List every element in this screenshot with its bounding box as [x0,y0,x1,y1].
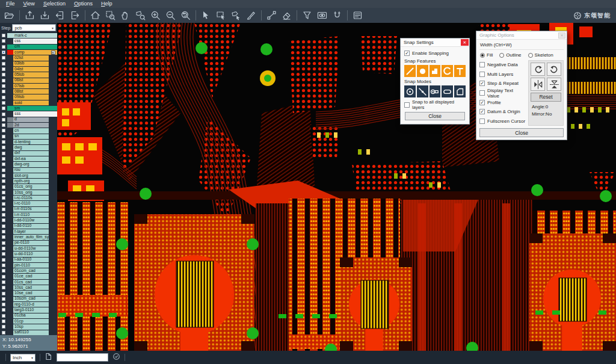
layer-visibility-checkbox[interactable] [0,173,7,178]
page-corner-icon[interactable] [45,352,52,363]
layer-row-pin-0110[interactable]: pin-0110 [0,263,57,268]
layer-visibility-checkbox[interactable] [0,251,7,256]
layer-visibility-checkbox[interactable] [0,33,7,38]
layer-row-u-dd-0110[interactable]: u-dd-0110 [0,251,57,256]
layer-visibility-checkbox[interactable] [0,78,7,83]
option-fullscreen-cursor[interactable]: Fullscreen Cursor [479,117,526,126]
layer-row-pe-0110[interactable]: pe-0110 [0,241,57,245]
filter-funnel-button[interactable] [300,8,315,22]
layer-row-dwg[interactable]: dwg [0,145,57,150]
layer-visibility-checkbox[interactable] [0,330,7,335]
layer-visibility-checkbox[interactable] [0,84,7,88]
layer-row-sss[interactable]: sss [0,111,57,116]
layer-visibility-checkbox[interactable] [0,196,7,200]
snap-feature-line-button[interactable] [404,65,416,77]
layer-row-02lst[interactable]: 02lst [0,55,57,60]
menu-view[interactable]: View [19,0,39,8]
layer-row-sm[interactable]: sm [0,106,57,111]
layer-row-f-layer[interactable]: f-layer [0,229,57,234]
import-box-button[interactable] [22,8,37,22]
layer-visibility-checkbox[interactable] [0,258,7,262]
menu-file[interactable]: File [2,0,19,8]
units-select[interactable]: Inch ▾ [10,354,35,362]
layer-row-i-dd-0110w[interactable]: i-dd-0110w [0,218,57,223]
zoom-window-button[interactable] [103,8,118,22]
layer-row-01ce_cad[interactable]: 01ce_cad [0,274,57,279]
radio-fill[interactable]: Fill [480,52,493,58]
layer-row-mark-c[interactable]: mark-c [0,33,57,38]
mirror-horizontal-button[interactable] [531,78,545,91]
layer-visibility-checkbox[interactable] [0,307,7,312]
layer-row-i-aa-0110[interactable]: i-aa-0110 [0,258,57,262]
layer-visibility-checkbox[interactable] [0,285,7,290]
layer-row-cn[interactable]: cn [0,128,57,133]
snap-feature-arc-button[interactable] [442,65,453,77]
layer-visibility-checkbox[interactable] [0,134,7,139]
layer-row-i-rr-0110s[interactable]: i-rr-0110s [0,207,57,212]
snap-mode-center-button[interactable] [404,85,416,97]
layer-row-reg-0110-d[interactable]: reg-0110-d [0,302,57,307]
snap-close-button[interactable]: Close [405,112,465,120]
layer-row-saf0110[interactable]: saf0110 [0,330,57,335]
layer-visibility-checkbox[interactable] [0,263,7,268]
snap-mode-slot-button[interactable] [442,85,453,97]
layer-visibility-checkbox[interactable] [0,61,7,66]
layer-visibility-checkbox[interactable] [0,67,7,72]
layers-panel-button[interactable] [350,8,365,22]
layer-visibility-checkbox[interactable] [0,324,7,329]
layer-row-10se_cad[interactable]: 10se_cad [0,291,57,295]
layer-visibility-checkbox[interactable] [0,140,7,144]
select-rect-button[interactable] [214,8,229,22]
snap-all-layers-checkbox[interactable]: Snap to all displayed layers [404,99,466,110]
layer-visibility-checkbox[interactable] [0,45,7,49]
layer-row-01ccm_cad[interactable]: 01ccm_cad [0,268,57,273]
layer-row-targ3-0110[interactable]: targ3-0110 [0,307,57,312]
select-polygon-button[interactable] [229,8,244,22]
layer-visibility-checkbox[interactable] [0,89,7,94]
layer-visibility-checkbox[interactable] [0,274,7,279]
graphic-dialog-titlebar[interactable]: Graphic Options ✕ [476,31,567,40]
snap-mode-pad-key-button[interactable] [430,85,441,97]
layer-row-01cba[interactable]: 01cba [0,313,57,318]
step-select[interactable]: pcb ▾ [12,24,56,31]
layer-row-inner_auto_film_symb[interactable]: inner_auto_film_symb [0,235,57,239]
layer-visibility-checkbox[interactable] [0,235,7,239]
zoom-polygon-button[interactable] [133,8,148,22]
layer-row-dxf-ea[interactable]: dxf-ea [0,156,57,161]
layer-visibility-checkbox[interactable] [0,212,7,217]
snap-mode-point-button[interactable] [417,85,428,97]
layer-row-i-rc-0110s[interactable]: i-rc-0110s [0,196,57,200]
layer-visibility-checkbox[interactable] [0,145,7,150]
zoom-previous-button[interactable] [178,8,193,22]
close-icon[interactable]: ✕ [558,32,565,39]
layer-visibility-checkbox[interactable] [0,241,7,245]
layer-visibility-checkbox[interactable] [0,100,7,105]
layer-row-04lst[interactable]: 04lst [0,67,57,72]
layer-visibility-checkbox[interactable] [0,291,7,295]
layer-row-i-dd-0110[interactable]: i-dd-0110 [0,224,57,229]
layer-row-dwg-org[interactable]: dwg-org [0,162,57,167]
layer-visibility-checkbox[interactable] [0,168,7,173]
option-step-repeat[interactable]: ✓Step & Repeat [479,79,526,88]
layer-row-comp[interactable]: compB [0,50,57,55]
snap-feature-pad-button[interactable] [417,65,428,77]
layer-visibility-checkbox[interactable] [0,151,7,156]
layer-visibility-checkbox[interactable] [0,224,7,229]
layer-visibility-checkbox[interactable] [0,123,7,128]
menu-selection[interactable]: Selection [39,0,70,8]
layer-row-rou[interactable]: rou [0,168,57,173]
layer-visibility-checkbox[interactable] [0,218,7,223]
page-left-button[interactable] [52,8,67,22]
layer-row-sold[interactable]: sold [0,100,57,105]
layer-visibility-checkbox[interactable] [0,280,7,285]
layer-visibility-checkbox[interactable] [0,72,7,77]
menu-options[interactable]: Options [70,0,97,8]
layer-visibility-checkbox[interactable] [0,156,7,161]
eraser-button[interactable] [279,8,294,22]
layer-visibility-checkbox[interactable] [0,55,7,60]
brush-button[interactable] [244,8,259,22]
layer-row-d[interactable]: d [0,117,57,122]
layer-visibility-checkbox[interactable] [0,162,7,167]
layer-row-i-rr-0110[interactable]: i-rr-0110 [0,212,57,217]
pan-hand-button[interactable] [118,8,133,22]
